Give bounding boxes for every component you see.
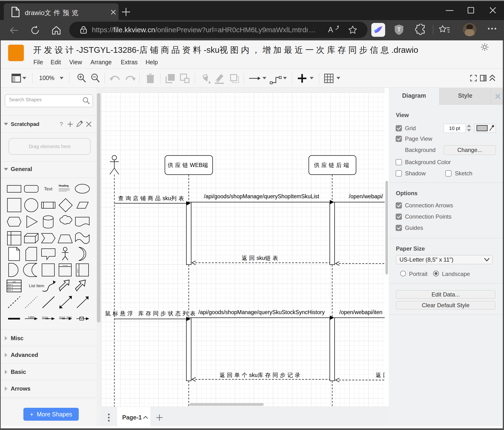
- svg-text:供应链后端: 供应链后端: [314, 162, 351, 168]
- svg-text:List Item: List Item: [29, 284, 44, 288]
- svg-text:Heading: Heading: [59, 184, 69, 187]
- svg-text:Item 3: Item 3: [8, 289, 13, 291]
- svg-text:Item 2: Item 2: [8, 286, 13, 289]
- svg-text:/open/webapi/: /open/webapi/: [349, 193, 383, 199]
- svg-text:查询店铺商品sku列表: 查询店铺商品sku列表: [118, 195, 186, 201]
- svg-text:T: T: [397, 26, 401, 33]
- svg-text:鼠标悬浮 库存同步状态列表: 鼠标悬浮 库存同步状态列表: [105, 310, 197, 317]
- svg-text:Vertical: Vertical: [77, 269, 78, 273]
- svg-text:Label: Label: [28, 316, 34, 318]
- svg-text:/api/goods/shopManage/querySku: /api/goods/shopManage/querySkuStockSyncH…: [198, 309, 325, 315]
- svg-text:Source: Source: [59, 316, 65, 318]
- svg-text:供应链WEB端: 供应链WEB端: [168, 162, 210, 168]
- svg-text:返回sku链表: 返回sku链表: [242, 255, 280, 261]
- svg-text:List: List: [13, 281, 16, 283]
- svg-text:返回: 返回: [376, 372, 385, 378]
- svg-text:/open/webapi/iten: /open/webapi/iten: [339, 309, 382, 315]
- svg-text:Item 1: Item 1: [8, 284, 13, 286]
- svg-text:/api/goods/shopManage/querySho: /api/goods/shopManage/queryShopItemSkuLi…: [204, 193, 319, 199]
- svg-text:Text: Text: [44, 186, 53, 191]
- svg-text:Container: Container: [62, 265, 68, 266]
- svg-text:Source: Source: [42, 316, 48, 318]
- svg-text:返回单个sku库存同步记录: 返回单个sku库存同步记录: [220, 372, 302, 378]
- svg-text:Target: Target: [66, 316, 72, 318]
